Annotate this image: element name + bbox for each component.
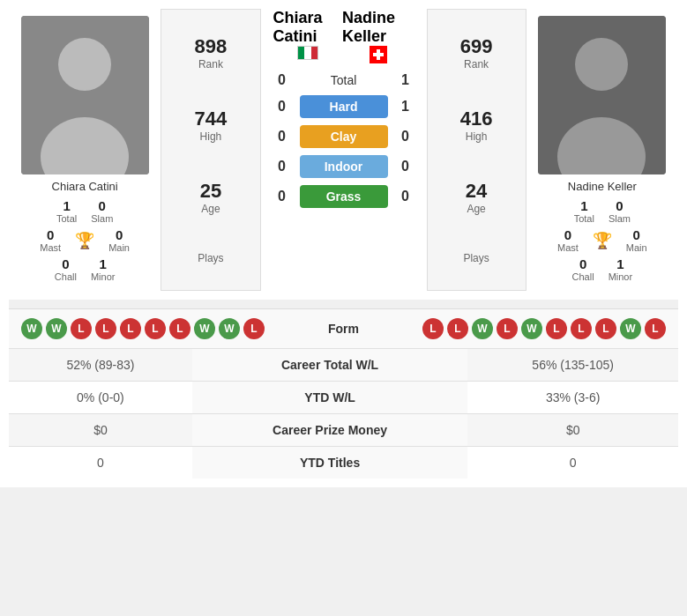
form-badge: W — [472, 318, 493, 339]
form-badge: L — [95, 318, 116, 339]
center-player1-name: Chiara Catini — [273, 9, 343, 46]
player1-form-badges: WWLLLLLWWL — [21, 318, 265, 339]
ytd-p2: 33% (3-6) — [467, 382, 678, 414]
form-badge: W — [521, 318, 542, 339]
center-player2-name: Nadine Keller — [342, 9, 414, 46]
form-badge: L — [145, 318, 166, 339]
player2-stats-row2: 0 Chall 1 Minor — [572, 256, 633, 282]
indoor-row: 0 Indoor 0 — [265, 155, 423, 178]
player1-trophy-row: 0 Mast 🏆 0 Main — [40, 227, 130, 253]
career-label: Career Total W/L — [192, 349, 468, 382]
player1-chall: 0 Chall — [55, 256, 77, 282]
clay-button[interactable]: Clay — [300, 125, 388, 148]
player1-name-label: Chiara Catini — [52, 180, 118, 193]
player1-total: 1 Total — [56, 198, 77, 224]
prize-label: Career Prize Money — [192, 414, 468, 447]
form-section: WWLLLLLWWL Form LLWLWLLLWL — [9, 308, 678, 348]
player1-stats-row1: 1 Total 0 Slam — [56, 198, 113, 224]
indoor-button[interactable]: Indoor — [300, 155, 388, 178]
player1-rank-block: 898 Rank — [195, 35, 228, 71]
stats-table: 52% (89-83) Career Total W/L 56% (135-10… — [9, 348, 678, 479]
form-badge: L — [243, 318, 265, 339]
form-badge: L — [422, 318, 444, 339]
svg-point-4 — [575, 38, 628, 91]
form-badge: W — [46, 318, 67, 339]
player1-stats-panel: 898 Rank 744 High 25 Age Plays — [161, 9, 260, 291]
ytd-titles-p1: 0 — [9, 447, 192, 479]
grass-button[interactable]: Grass — [300, 185, 388, 208]
form-label: Form — [328, 322, 359, 336]
top-section: Chiara Catini 1 Total 0 Slam 0 Mast 🏆 — [9, 9, 678, 291]
center-section: Chiara Catini Nadine Keller 0 Total 1 0 … — [261, 9, 427, 291]
player2-photo — [538, 16, 666, 174]
ytd-row: 0% (0-0) YTD W/L 33% (3-6) — [9, 382, 678, 414]
player2-stats-panel: 699 Rank 416 High 24 Age Plays — [427, 9, 526, 291]
player2-mast: 0 Mast — [557, 227, 579, 253]
player1-high-block: 744 High — [195, 108, 228, 143]
total-label: Total — [300, 73, 388, 87]
trophy1-icon: 🏆 — [75, 231, 94, 250]
player2-form-badges: LLWLWLLLWL — [422, 318, 666, 339]
section-divider — [9, 300, 678, 308]
player1-photo — [21, 16, 149, 174]
total-row: 0 Total 1 — [265, 72, 423, 88]
player2-stats-row1: 1 Total 0 Slam — [574, 198, 631, 224]
player1-mast: 0 Mast — [40, 227, 61, 253]
player1-age-block: 25 Age — [200, 180, 221, 215]
form-badge: L — [169, 318, 190, 339]
player2-trophy-row: 0 Mast 🏆 0 Main — [557, 227, 647, 253]
player2-total: 1 Total — [574, 198, 594, 224]
form-badge: L — [447, 318, 468, 339]
form-badge: L — [645, 318, 666, 339]
prize-p1: $0 — [9, 414, 192, 447]
player1-minor: 1 Minor — [91, 256, 116, 282]
form-badge: L — [71, 318, 92, 339]
player2-high-block: 416 High — [460, 108, 493, 143]
form-badge: L — [546, 318, 567, 339]
career-p2: 56% (135-105) — [467, 349, 678, 382]
grass-row: 0 Grass 0 — [265, 185, 423, 208]
player1-card: Chiara Catini 1 Total 0 Slam 0 Mast 🏆 — [9, 9, 161, 291]
career-row: 52% (89-83) Career Total W/L 56% (135-10… — [9, 349, 678, 382]
player2-chall: 0 Chall — [572, 256, 594, 282]
form-badge: W — [620, 318, 641, 339]
ytd-titles-label: YTD Titles — [192, 447, 468, 479]
player2-name-label: Nadine Keller — [568, 180, 637, 193]
svg-point-1 — [58, 38, 111, 91]
clay-row: 0 Clay 0 — [265, 125, 423, 148]
player1-flag — [297, 46, 318, 60]
player2-rank-block: 699 Rank — [460, 35, 493, 71]
form-badge: W — [194, 318, 215, 339]
form-badge: L — [497, 318, 518, 339]
player2-flag — [370, 46, 387, 63]
player1-slam: 0 Slam — [91, 198, 113, 224]
hard-button[interactable]: Hard — [300, 95, 388, 118]
ytd-p1: 0% (0-0) — [9, 382, 192, 414]
player1-stats-row2: 0 Chall 1 Minor — [55, 256, 116, 282]
player2-card: Nadine Keller 1 Total 0 Slam 0 Mast 🏆 — [526, 9, 678, 291]
player2-age-block: 24 Age — [466, 180, 487, 215]
form-badge: L — [571, 318, 592, 339]
career-p1: 52% (89-83) — [9, 349, 192, 382]
main-container: Chiara Catini 1 Total 0 Slam 0 Mast 🏆 — [0, 0, 687, 487]
prize-p2: $0 — [467, 414, 678, 447]
prize-row: $0 Career Prize Money $0 — [9, 414, 678, 447]
form-badge: W — [21, 318, 42, 339]
player1-main: 0 Main — [108, 227, 130, 253]
ytd-titles-p2: 0 — [467, 447, 678, 479]
form-badge: L — [120, 318, 141, 339]
player2-slam: 0 Slam — [609, 198, 631, 224]
form-badge: L — [595, 318, 616, 339]
ytd-label: YTD W/L — [192, 382, 468, 414]
player1-plays-block: Plays — [198, 252, 223, 264]
player2-plays-block: Plays — [463, 252, 489, 264]
ytd-titles-row: 0 YTD Titles 0 — [9, 447, 678, 479]
hard-row: 0 Hard 1 — [265, 95, 423, 118]
player2-main: 0 Main — [626, 227, 647, 253]
trophy2-icon: 🏆 — [593, 231, 612, 250]
player2-minor: 1 Minor — [609, 256, 633, 282]
form-badge: W — [219, 318, 240, 339]
